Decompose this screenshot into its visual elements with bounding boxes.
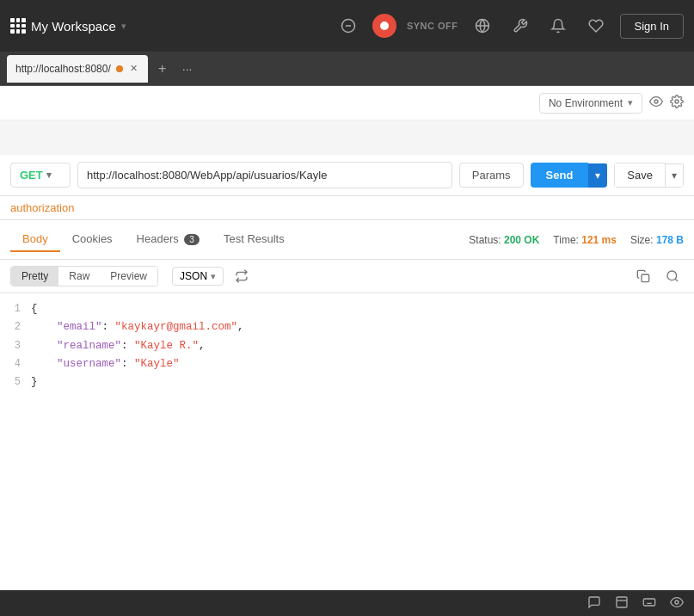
svg-rect-9: [643, 599, 654, 606]
record-icon[interactable]: [372, 14, 396, 38]
tab-test-results[interactable]: Test Results: [212, 227, 297, 252]
method-selector[interactable]: GET ▾: [10, 163, 71, 188]
send-button[interactable]: Send: [531, 163, 589, 188]
settings-icon[interactable]: [670, 95, 684, 111]
send-dropdown-button[interactable]: ▾: [588, 163, 607, 188]
json-line-1: 1 {: [10, 300, 684, 318]
send-button-group: Send ▾: [531, 163, 608, 188]
app-container: My Workspace ▾ SYNC OFF Sign In http://l…: [0, 0, 694, 616]
svg-point-3: [675, 100, 679, 103]
svg-point-5: [667, 271, 677, 280]
wrench-icon[interactable]: [507, 12, 534, 40]
response-header: Body Cookies Headers 3 Test Results Stat…: [0, 220, 694, 260]
save-dropdown-button[interactable]: ▾: [666, 163, 684, 188]
svg-line-6: [675, 279, 678, 281]
svg-rect-7: [617, 597, 627, 607]
format-preview[interactable]: Preview: [100, 267, 157, 286]
tab-more-button[interactable]: ···: [177, 59, 198, 79]
json-line-2: 2 "email": "kaykayr@gmail.com",: [10, 318, 684, 336]
bottom-chat-icon[interactable]: [587, 595, 601, 612]
request-tab-bar: http://localhost:8080/ ✕ + ···: [0, 52, 694, 86]
tab-modified-dot: [116, 65, 123, 72]
copy-icon[interactable]: [632, 265, 654, 287]
bottom-eye-icon[interactable]: [670, 595, 684, 612]
save-button-group: Save ▾: [614, 163, 684, 188]
params-button[interactable]: Params: [459, 163, 524, 188]
status-label: Status: 200 OK: [469, 234, 539, 246]
time-value: 121 ms: [581, 234, 617, 246]
environment-label: No Environment: [549, 97, 623, 109]
format-raw[interactable]: Raw: [58, 267, 100, 286]
tab-headers[interactable]: Headers 3: [125, 227, 212, 252]
top-navigation: My Workspace ▾ SYNC OFF Sign In: [0, 0, 694, 52]
response-tabs: Body Cookies Headers 3 Test Results: [10, 227, 297, 252]
svg-rect-4: [642, 274, 649, 282]
format-type-selector[interactable]: JSON ▾: [172, 267, 224, 286]
request-bar: GET ▾ Params Send ▾ Save ▾: [0, 155, 694, 196]
save-button[interactable]: Save: [614, 163, 666, 188]
status-value: 200 OK: [504, 234, 539, 246]
svg-point-10: [675, 601, 679, 604]
wrap-icon[interactable]: [230, 265, 253, 287]
format-tabs: Pretty Raw Preview: [10, 266, 158, 286]
authorization-link[interactable]: authorization: [10, 201, 74, 214]
format-type-label: JSON: [180, 270, 207, 282]
method-label: GET: [20, 169, 43, 182]
globe-icon[interactable]: [469, 12, 496, 40]
bottom-bar: [0, 590, 694, 616]
tab-body[interactable]: Body: [10, 227, 60, 252]
new-tab-button[interactable]: +: [151, 58, 174, 80]
sync-off-button[interactable]: SYNC OFF: [407, 21, 458, 31]
bottom-panel-icon[interactable]: [615, 595, 629, 612]
sign-in-button[interactable]: Sign In: [620, 14, 684, 39]
format-bar: Pretty Raw Preview JSON ▾: [0, 260, 694, 293]
svg-point-2: [654, 100, 658, 103]
url-input[interactable]: [77, 162, 452, 188]
interceptor-icon[interactable]: [335, 12, 362, 40]
environment-selector[interactable]: No Environment ▾: [539, 93, 642, 114]
workspace-selector[interactable]: My Workspace ▾: [10, 18, 126, 34]
response-area: Body Cookies Headers 3 Test Results Stat…: [0, 220, 694, 590]
eye-icon[interactable]: [649, 95, 663, 111]
json-response-body: 1 { 2 "email": "kaykayr@gmail.com", 3 "r…: [0, 293, 694, 590]
workspace-chevron-icon: ▾: [121, 21, 126, 32]
json-line-3: 3 "realname": "Kayle R.",: [10, 337, 684, 355]
heart-icon[interactable]: [582, 12, 610, 40]
environment-bar: No Environment ▾: [0, 86, 694, 120]
workspace-label: My Workspace: [31, 19, 116, 34]
grid-icon: [10, 18, 26, 34]
tab-url-label: http://localhost:8080/: [15, 63, 111, 75]
request-tab[interactable]: http://localhost:8080/ ✕: [7, 55, 148, 83]
format-pretty[interactable]: Pretty: [11, 267, 58, 286]
action-icons: [632, 265, 684, 287]
response-status-info: Status: 200 OK Time: 121 ms Size: 178 B: [469, 234, 684, 246]
environment-chevron-icon: ▾: [628, 97, 633, 108]
size-value: 178 B: [656, 234, 684, 246]
size-label: Size: 178 B: [630, 234, 684, 246]
json-line-4: 4 "username": "Kayle": [10, 355, 684, 373]
format-type-chevron-icon: ▾: [211, 271, 216, 282]
json-line-5: 5 }: [10, 373, 684, 391]
bell-icon[interactable]: [544, 12, 572, 40]
tab-cookies[interactable]: Cookies: [60, 227, 125, 252]
auth-tab-area: authorization: [0, 196, 694, 220]
bottom-keyboard-icon[interactable]: [642, 595, 656, 612]
tab-close-icon[interactable]: ✕: [128, 61, 139, 76]
time-label: Time: 121 ms: [553, 234, 617, 246]
search-icon[interactable]: [661, 265, 684, 287]
method-chevron-icon: ▾: [46, 169, 52, 181]
